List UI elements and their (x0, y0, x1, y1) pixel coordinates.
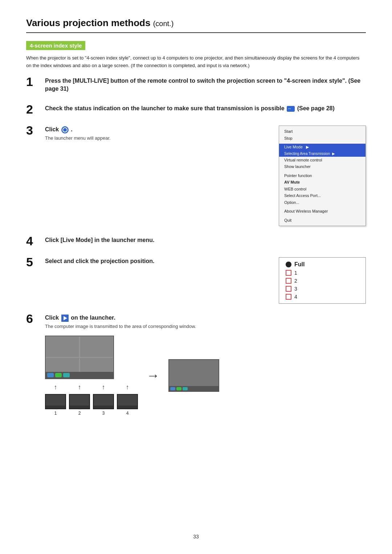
status-icon (287, 106, 295, 112)
section-header: 4-screen index style (26, 41, 85, 50)
proj-item-4[interactable]: 4 (286, 294, 359, 300)
page-number: 33 (193, 534, 199, 539)
sub-screen-2 (69, 394, 90, 409)
step-3-sub: The launcher menu will appear. (45, 135, 268, 141)
arrow-up-4: ↑ (117, 383, 138, 391)
toolbar-btn-3 (63, 373, 70, 377)
step-3-number: 3 (26, 124, 45, 136)
step-4-content: Click [Live Mode] in the launcher menu. (45, 236, 366, 246)
quad-1 (46, 336, 79, 357)
step-6: 6 Click on the launcher. The computer im… (26, 314, 366, 415)
menu-item-show-launcher[interactable]: Show launcher (279, 163, 366, 170)
menu-item-stop[interactable]: Stop (279, 135, 366, 142)
result-toolbar (169, 386, 219, 391)
step-3: 3 Click . The launcher menu will appear.… (26, 126, 366, 226)
step-3-content: Click . The launcher menu will appear. (45, 126, 268, 140)
result-screen (168, 359, 219, 392)
step-5-side: Full 1 2 3 (279, 257, 366, 304)
sub-screen-2-label: 2 (78, 411, 81, 416)
toolbar-btn-2 (55, 373, 62, 377)
sub-screen-4-label: 4 (126, 411, 129, 416)
step-3-main: Click . (45, 126, 268, 134)
play-icon (61, 315, 69, 322)
result-toolbar-btn-2 (176, 387, 181, 390)
step-4-main: Click [Live Mode] in the launcher menu. (45, 236, 366, 244)
menu-item-start[interactable]: Start (279, 128, 366, 135)
sub-screen-3 (93, 394, 114, 409)
arrow-up-3: ↑ (93, 383, 114, 391)
step-2: 2 Check the status indication on the lau… (26, 104, 366, 115)
proj-square-2 (286, 278, 291, 284)
intro-text: When the projector is set to "4-screen i… (26, 54, 366, 70)
menu-item-virtual-remote[interactable]: Virtual remote control (279, 157, 366, 164)
sub-screen-1-label: 1 (54, 411, 57, 416)
step-5-main: Select and click the projection position… (45, 257, 268, 265)
sub-screen-1 (45, 394, 66, 409)
diagram-area: ↑ ↑ ↑ ↑ 1 (45, 336, 219, 416)
menu-item-selecting-area[interactable]: Selecting Area Transmission ▶ (279, 151, 366, 157)
menu-item-web-control[interactable]: WEB control (279, 186, 366, 193)
menu-item-about[interactable]: About Wireless Manager (279, 208, 366, 215)
step-2-number: 2 (26, 103, 45, 115)
arrow-up-2: ↑ (69, 383, 90, 391)
diagram-right (168, 359, 219, 392)
sub-screens-row: 1 2 3 (45, 394, 138, 416)
sub-screen-3-label: 3 (102, 411, 105, 416)
proj-dot-full (286, 262, 291, 267)
main-screen (45, 336, 114, 379)
menu-item-select-access[interactable]: Select Access Port... (279, 192, 366, 199)
quad-2 (79, 336, 113, 357)
menu-item-option[interactable]: Option... (279, 199, 366, 206)
step-3-side: Start Stop Live Mode ▶ Selecting Area Tr… (279, 126, 366, 226)
sub-screen-1-bar (46, 406, 65, 409)
main-arrow: → (147, 368, 160, 383)
screen-toolbar (46, 372, 113, 378)
projection-panel: Full 1 2 3 (279, 257, 366, 304)
step-1-number: 1 (26, 75, 45, 88)
proj-item-full[interactable]: Full (286, 261, 359, 268)
launcher-menu: Start Stop Live Mode ▶ Selecting Area Tr… (279, 126, 366, 226)
sub-screen-3-bar (94, 406, 113, 409)
step-4-number: 4 (26, 235, 45, 247)
proj-square-1 (286, 270, 291, 276)
title-cont: (cont.) (153, 20, 174, 28)
sub-screen-4-group: 4 (117, 394, 138, 416)
proj-item-3[interactable]: 3 (286, 286, 359, 292)
sub-screen-1-group: 1 (45, 394, 66, 416)
step-4: 4 Click [Live Mode] in the launcher menu… (26, 236, 366, 247)
step-1-content: Press the [MULTI-LIVE] button of the rem… (45, 77, 366, 95)
step-6-number: 6 (26, 312, 45, 325)
step-1-main: Press the [MULTI-LIVE] button of the rem… (45, 77, 366, 93)
step-2-content: Check the status indication on the launc… (45, 104, 366, 114)
step-6-main: Click on the launcher. (45, 314, 196, 322)
sub-screen-4 (117, 394, 138, 409)
proj-item-2[interactable]: 2 (286, 278, 359, 284)
toolbar-btn-1 (47, 373, 54, 377)
sub-screen-3-group: 3 (93, 394, 114, 416)
result-toolbar-btn-3 (183, 387, 188, 390)
step-5-content: Select and click the projection position… (45, 257, 268, 267)
menu-item-live-mode[interactable]: Live Mode ▶ (279, 144, 366, 151)
step-5: 5 Select and click the projection positi… (26, 257, 366, 304)
step-6-content: Click on the launcher. The computer imag… (45, 314, 196, 329)
menu-item-pointer[interactable]: Pointer function (279, 172, 366, 179)
step-2-main: Check the status indication on the launc… (45, 104, 366, 112)
proj-item-1[interactable]: 1 (286, 270, 359, 276)
arrows-row: ↑ ↑ ↑ ↑ (45, 383, 138, 391)
proj-square-4 (286, 294, 291, 300)
menu-item-av-mute[interactable]: AV Mute (279, 179, 366, 186)
arrow-up-1: ↑ (45, 383, 66, 391)
step-1: 1 Press the [MULTI-LIVE] button of the r… (26, 77, 366, 95)
sub-screen-4-bar (118, 406, 137, 409)
proj-square-3 (286, 286, 291, 292)
title-text: Various projection methods (26, 17, 150, 28)
sub-screen-2-bar (70, 406, 89, 409)
menu-item-quit[interactable]: Quit (279, 217, 366, 224)
page-title: Various projection methods (cont.) (26, 17, 366, 33)
launcher-icon (61, 126, 69, 134)
result-toolbar-btn-1 (170, 387, 175, 390)
sub-screens-area: ↑ ↑ ↑ ↑ 1 (45, 383, 138, 416)
step-6-sub: The computer image is transmitted to the… (45, 324, 196, 329)
diagram-left: ↑ ↑ ↑ ↑ 1 (45, 336, 138, 416)
sub-screen-2-group: 2 (69, 394, 90, 416)
